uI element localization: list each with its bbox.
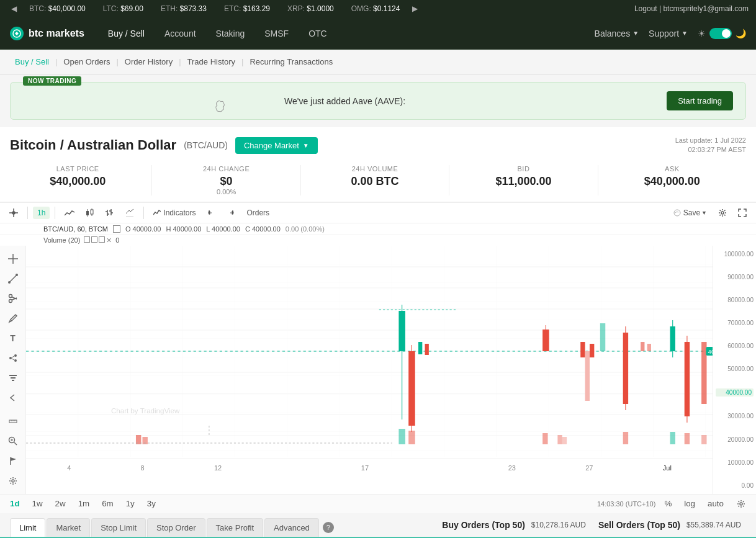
chart-volume-val: 0 [115,236,119,244]
support-button[interactable]: Support ▼ [649,29,688,38]
theme-toggle: ☀ 🌙 [698,28,746,39]
chart-tool-filter[interactable] [4,370,22,386]
market-name: Bitcoin / Australian Dollar [10,137,176,153]
chart-tool-flag[interactable] [4,453,22,469]
theme-toggle-switch[interactable] [709,28,732,39]
svg-point-32 [9,357,12,359]
chart-range-1w[interactable]: 1w [29,498,47,509]
nav-otc[interactable]: OTC [300,25,336,42]
chart-auto-btn[interactable]: auto [704,498,727,509]
chart-orders-btn[interactable]: Orders [242,207,274,219]
chart-open: O 40000.00 [125,225,161,233]
nav-buy-sell[interactable]: Buy / Sell [99,25,153,42]
nav-smsf[interactable]: SMSF [256,25,297,42]
order-tab-market[interactable]: Market [47,518,90,537]
chart-range-1d[interactable]: 1d [6,498,24,509]
chart-crosshair-tool[interactable] [5,207,22,219]
market-stats: LAST PRICE $40,000.00 24H CHANGE $0 0.00… [10,165,746,195]
chart-range-1m[interactable]: 1m [74,498,94,509]
start-trading-button[interactable]: Start trading [667,91,733,110]
content-area: Buy / Sell | Open Orders | Order History… [0,50,756,538]
orders-label: Orders [246,208,269,217]
chart-range-3y[interactable]: 3y [143,498,160,509]
logo-text: btc markets [29,28,84,39]
chart-tool-draw-line[interactable] [4,271,22,287]
subnav-order-history[interactable]: Order History [120,56,178,68]
save-label: Save [683,208,700,217]
chart-bar-btn[interactable] [101,207,119,219]
sun-icon: ☀ [698,29,706,38]
chart-tool-ruler[interactable] [4,413,22,429]
stat-last-price-label: LAST PRICE [10,165,145,173]
order-tab-stop-order[interactable]: Stop Order [147,518,205,537]
subnav-trade-history[interactable]: Trade History [182,56,241,68]
svg-rect-7 [91,210,93,214]
chart-tool-scissors[interactable] [4,290,22,307]
chart-tool-pencil[interactable] [4,310,22,326]
ticker-prev-arrow[interactable]: ◀ [7,4,20,13]
chart-range-2w[interactable]: 2w [52,498,70,509]
chart-right-tools: Save ▼ [669,207,751,219]
chart-log-btn[interactable]: log [680,498,699,509]
logout-link[interactable]: Logout [634,4,657,13]
chart-options-right: 14:03:30 (UTC+10) % log auto [597,498,750,510]
chart-undo-btn[interactable] [202,207,220,219]
svg-rect-98 [623,432,628,444]
help-icon[interactable]: ? [323,522,334,533]
sub-nav: Buy / Sell | Open Orders | Order History… [0,50,756,74]
chart-compare-btn[interactable] [121,207,138,219]
stat-last-price-value: $40,000.00 [10,175,145,188]
change-market-button[interactable]: Change Market ▼ [235,137,318,154]
svg-point-25 [8,281,11,284]
chart-range-6m[interactable]: 6m [98,498,117,509]
svg-point-108 [740,503,742,505]
chart-line-btn[interactable] [60,207,79,218]
subnav-recurring[interactable]: Recurring Transactions [245,56,338,68]
chart-main[interactable]: Chart by TradingView [26,246,713,494]
svg-text:40000.00: 40000.00 [708,349,713,355]
chart-fullscreen-btn[interactable] [734,207,751,219]
subnav-buy-sell[interactable]: Buy / Sell [10,56,54,68]
stat-bid: BID $11,000.00 [449,165,598,195]
chart-left-tools: T [0,246,26,494]
chart-tool-settings-bottom[interactable] [4,473,22,489]
nav-account[interactable]: Account [156,25,205,42]
chart-tool-crosshair[interactable] [4,251,22,267]
svg-rect-65 [398,311,405,351]
market-title: Bitcoin / Australian Dollar (BTC/AUD) Ch… [10,137,318,154]
chart-redo-btn[interactable] [222,207,240,219]
ticker-next-arrow[interactable]: ▶ [408,4,421,13]
nav-right: Balances ▼ Support ▼ ☀ 🌙 [595,28,746,39]
order-tab-advanced[interactable]: Advanced [264,518,319,537]
chart-candle-btn[interactable] [81,207,99,219]
chart-settings-btn[interactable] [714,207,731,219]
chart-svg: Chart by TradingView [26,246,713,457]
nav-staking[interactable]: Staking [207,25,254,42]
chart-tool-zoom[interactable] [4,433,22,449]
chart-percent-btn[interactable]: % [660,498,675,509]
logo-area: btc markets [10,27,84,40]
chart-symbol: BTC/AUD, 60, BTCM [43,225,108,233]
order-tab-take-profit[interactable]: Take Profit [207,518,263,537]
chart-range-1y[interactable]: 1y [122,498,138,509]
chart-tool-back-arrow[interactable] [4,390,22,406]
balances-button[interactable]: Balances ▼ [595,29,639,38]
chart-tool-node[interactable] [4,350,22,366]
subnav-open-orders[interactable]: Open Orders [58,56,115,68]
order-tab-stop-limit[interactable]: Stop Limit [91,518,146,537]
order-tab-limit[interactable]: Limit [10,518,45,537]
svg-rect-96 [557,435,562,444]
chart-bottom-settings-btn[interactable] [732,498,750,510]
main-nav: btc markets Buy / Sell Account Staking S… [0,17,756,50]
sell-orders-amount: $55,389.74 AUD [686,521,741,529]
chart-tool-text[interactable]: T [4,330,22,346]
ticker-btc-price: $40,000.00 [48,4,86,13]
svg-rect-94 [408,431,415,444]
chart-indicators-btn[interactable]: Indicators [149,207,200,219]
chart-time-1h[interactable]: 1h [33,207,50,219]
chart-volume-label: Volume (20) [43,236,80,244]
chart-save-btn[interactable]: Save ▼ [669,207,711,219]
price-level-40k: 40000.00 [716,388,754,397]
vol-close-icon[interactable]: ✕ [106,236,112,244]
svg-rect-72 [425,344,429,355]
